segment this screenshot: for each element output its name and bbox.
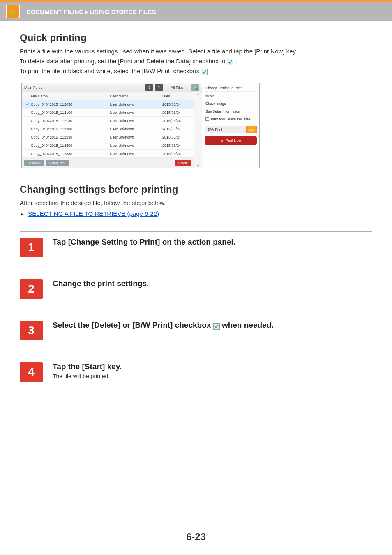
scroll-up-icon[interactable]: ⤒: [196, 93, 200, 98]
action-check-image[interactable]: Check Image: [205, 100, 257, 107]
table-row[interactable]: Copy_04042015_112300User Unknown2015/06/…: [22, 141, 194, 150]
step-number: 3: [20, 321, 43, 340]
col-header-date[interactable]: Date: [162, 94, 191, 98]
page-number: 6-23: [0, 531, 392, 543]
quick-printing-heading: Quick printing: [20, 32, 372, 44]
breadcrumb: DOCUMENT FILING►USING STORED FILES: [26, 8, 156, 15]
action-print-delete[interactable]: Print and Delete the Data: [205, 116, 257, 123]
action-bw-print[interactable]: B/W Print: [205, 126, 246, 133]
table-row[interactable]: Copy_04042015_112230User Unknown2015/06/…: [22, 133, 194, 141]
table-row[interactable]: Copy_04042015_112200User Unknown2015/06/…: [22, 125, 194, 133]
changing-p1: After selecting the desired file, follow…: [20, 199, 372, 208]
col-header-username[interactable]: User Name: [110, 94, 162, 98]
scrollbar[interactable]: ⤒ ⤓: [194, 92, 202, 168]
ui-screenshot: Main Folder t ∷ All Files 🔍 File Name Us…: [21, 83, 260, 168]
table-row[interactable]: Copy_04042015_112100User Unknown2015/06/…: [22, 109, 194, 117]
ca-button[interactable]: CA: [246, 126, 257, 133]
step-title: Tap [Change Setting to Print] on the act…: [53, 238, 235, 247]
step-3: 3 Select the [Delete] or [B/W Print] che…: [20, 314, 372, 356]
view-list-icon[interactable]: t: [145, 84, 153, 91]
checkbox-checked-icon: [227, 59, 233, 65]
changing-heading: Changing settings before printing: [20, 184, 372, 195]
checkbox-checked-icon: [201, 69, 208, 75]
step-4: 4 Tap the [Start] key. The file will be …: [20, 356, 372, 398]
step-title: Select the [Delete] or [B/W Print] check…: [53, 321, 274, 330]
table-row[interactable]: Copy_04042015_112330User Unknown2015/06/…: [22, 150, 194, 158]
quick-p2: To delete data after printing, set the […: [20, 57, 372, 66]
step-title: Change the print settings.: [53, 279, 149, 288]
quick-p3: To print the file in black and white, se…: [20, 67, 372, 76]
tab-all-files[interactable]: All Files: [165, 86, 189, 90]
batch-print-button[interactable]: Batch Print: [46, 160, 69, 166]
step-number: 4: [20, 362, 43, 382]
table-row[interactable]: ✔Copy_04042015_112030User Unknown2015/06…: [22, 100, 194, 109]
link-bullet-icon: ►: [20, 211, 25, 217]
retrieve-link[interactable]: SELECTING A FILE TO RETRIEVE (page 6-22): [28, 210, 159, 217]
quick-p1: Prints a file with the various settings …: [20, 47, 372, 56]
col-header-filename[interactable]: File Name: [31, 94, 110, 98]
step-1: 1 Tap [Change Setting to Print] on the a…: [20, 231, 372, 273]
action-panel: Change Setting to Print Move Check Image…: [202, 83, 259, 168]
scroll-down-icon[interactable]: ⤓: [196, 162, 200, 166]
search-icon[interactable]: 🔍: [191, 84, 199, 91]
step-2: 2 Change the print settings.: [20, 273, 372, 314]
checkbox-unchecked-icon[interactable]: [205, 117, 209, 121]
main-folder-label: Main Folder: [24, 86, 143, 90]
delete-button[interactable]: Delete: [175, 160, 191, 166]
step-number: 1: [20, 238, 43, 257]
step-number: 2: [20, 279, 43, 299]
view-grid-icon[interactable]: ∷: [155, 84, 163, 91]
header-bar: DOCUMENT FILING►USING STORED FILES: [0, 0, 392, 21]
folder-up-icon: [6, 5, 20, 18]
step-description: The file will be printed.: [53, 373, 122, 379]
step-title: Tap the [Start] key.: [53, 362, 122, 371]
checkbox-checked-icon: [213, 323, 220, 330]
action-see-detail[interactable]: See Detail Information: [205, 108, 257, 115]
print-now-button[interactable]: Print Now: [205, 136, 257, 145]
action-move[interactable]: Move: [205, 92, 257, 99]
action-change-setting[interactable]: Change Setting to Print: [205, 85, 257, 92]
select-all-button[interactable]: Select All: [24, 160, 44, 166]
table-row[interactable]: Copy_04042015_112130User Unknown2015/06/…: [22, 117, 194, 125]
